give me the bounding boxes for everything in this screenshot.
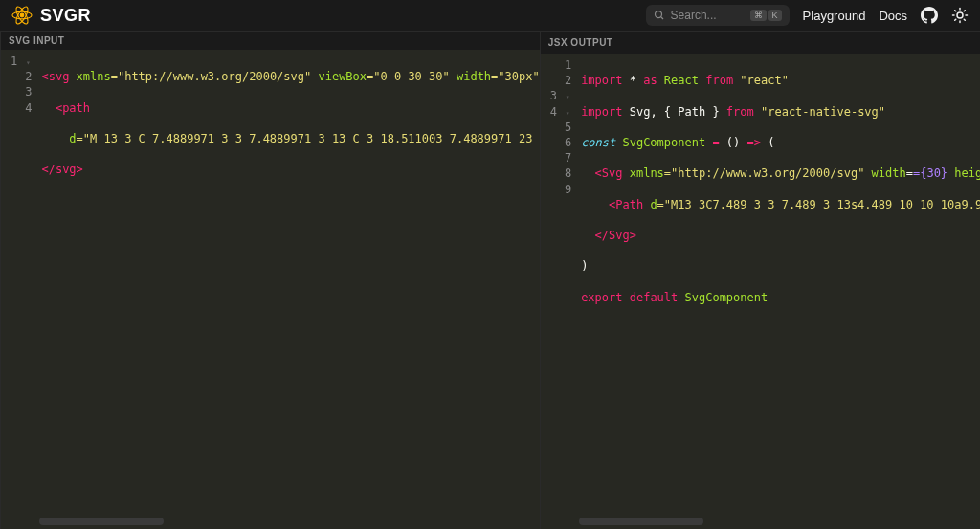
svg-input-editor[interactable]: 1 ▾ 2 3 4 <svg xmlns="http://www.w3.org/… [1, 50, 540, 529]
search-icon [654, 10, 665, 21]
svg-line-5 [660, 17, 663, 20]
svg-point-6 [957, 12, 963, 18]
svg-line-10 [964, 19, 965, 20]
svg-point-4 [655, 11, 661, 18]
main: Global Dimensions Icon React Native Type… [0, 32, 980, 529]
svg-point-3 [20, 13, 24, 17]
theme-toggle-icon[interactable] [951, 7, 969, 24]
jsx-output-editor[interactable]: 123 ▾4 ▾56789 import * as React from "re… [541, 54, 980, 529]
logo-icon [11, 5, 33, 26]
nav-links: Playground Docs [803, 7, 969, 24]
search-shortcut: ⌘ K [750, 10, 782, 21]
svg-line-14 [964, 11, 965, 11]
nav-playground[interactable]: Playground [803, 9, 866, 23]
nav-docs[interactable]: Docs [879, 9, 907, 23]
panel-header: SVG INPUT [1, 32, 540, 50]
gutter: 1 ▾ 2 3 4 [1, 50, 37, 529]
app-header: SVGR Search... ⌘ K Playground Docs [0, 0, 980, 32]
h-scrollbar[interactable] [39, 518, 530, 525]
svg-line-9 [955, 11, 956, 11]
github-icon[interactable] [921, 7, 938, 24]
code-content: <svg xmlns="http://www.w3.org/2000/svg" … [37, 50, 539, 529]
brand-text: SVGR [40, 6, 91, 26]
gutter: 123 ▾4 ▾56789 [541, 54, 577, 529]
code-content: import * as React from "react" import Sv… [577, 54, 980, 529]
jsx-output-panel: JSX OUTPUT Copy 123 ▾4 ▾56789 import * a… [540, 32, 980, 529]
brand[interactable]: SVGR [11, 5, 91, 26]
panel-title: JSX OUTPUT [548, 37, 613, 48]
svg-line-13 [955, 19, 956, 20]
panel-title: SVG INPUT [9, 35, 64, 46]
h-scrollbar[interactable] [579, 518, 980, 525]
search-input[interactable]: Search... ⌘ K [646, 5, 790, 26]
panel-header: JSX OUTPUT Copy [541, 32, 980, 54]
svg-input-panel: SVG INPUT 1 ▾ 2 3 4 <svg xmlns="http://w… [0, 32, 540, 529]
search-placeholder: Search... [671, 9, 717, 22]
